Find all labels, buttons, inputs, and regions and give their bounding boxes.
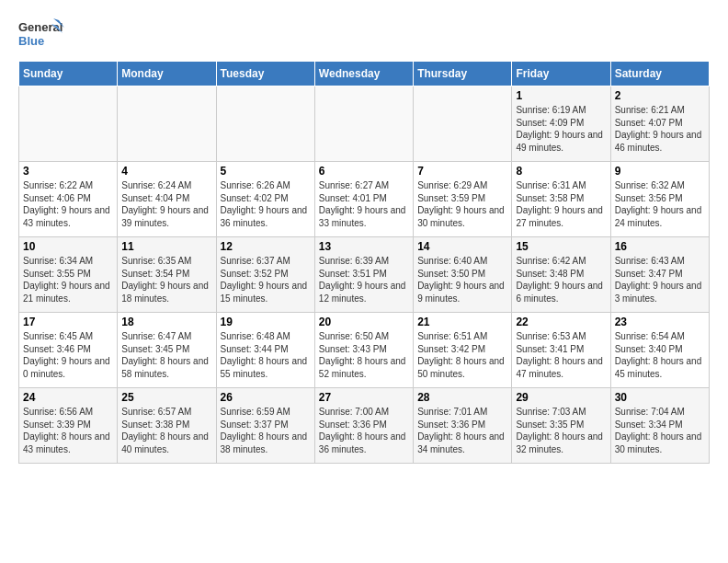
weekday-header-sunday: Sunday (19, 62, 118, 86)
calendar-cell: 8Sunrise: 6:31 AMSunset: 3:58 PMDaylight… (512, 162, 610, 237)
calendar-cell: 15Sunrise: 6:42 AMSunset: 3:48 PMDayligh… (512, 237, 610, 313)
day-number: 16 (615, 240, 705, 253)
calendar-cell: 17Sunrise: 6:45 AMSunset: 3:46 PMDayligh… (19, 313, 118, 388)
day-info: Sunrise: 6:59 AMSunset: 3:37 PMDaylight:… (221, 406, 311, 455)
day-info: Sunrise: 6:31 AMSunset: 3:58 PMDaylight:… (516, 179, 606, 229)
day-number: 13 (319, 240, 409, 253)
day-number: 19 (221, 316, 311, 328)
calendar-cell: 18Sunrise: 6:47 AMSunset: 3:45 PMDayligh… (118, 313, 216, 388)
day-number: 2 (615, 89, 705, 102)
day-number: 8 (516, 165, 606, 178)
calendar-cell: 4Sunrise: 6:24 AMSunset: 4:04 PMDaylight… (118, 162, 216, 237)
day-number: 9 (615, 165, 705, 178)
calendar-cell: 20Sunrise: 6:50 AMSunset: 3:43 PMDayligh… (314, 313, 413, 388)
calendar-cell: 24Sunrise: 6:56 AMSunset: 3:39 PMDayligh… (19, 388, 118, 464)
calendar-week-4: 17Sunrise: 6:45 AMSunset: 3:46 PMDayligh… (19, 313, 710, 388)
calendar-body: 1Sunrise: 6:19 AMSunset: 4:09 PMDaylight… (19, 86, 710, 464)
weekday-header-thursday: Thursday (414, 62, 512, 86)
calendar-cell: 1Sunrise: 6:19 AMSunset: 4:09 PMDaylight… (512, 86, 610, 162)
day-info: Sunrise: 6:37 AMSunset: 3:52 PMDaylight:… (221, 255, 311, 304)
calendar-week-2: 3Sunrise: 6:22 AMSunset: 4:06 PMDaylight… (19, 162, 710, 237)
calendar-cell: 2Sunrise: 6:21 AMSunset: 4:07 PMDaylight… (610, 86, 709, 162)
header: GeneralBlue (18, 15, 710, 52)
day-number: 22 (516, 316, 606, 328)
day-info: Sunrise: 7:04 AMSunset: 3:34 PMDaylight:… (615, 406, 705, 455)
svg-text:Blue: Blue (18, 34, 44, 48)
calendar-cell: 9Sunrise: 6:32 AMSunset: 3:56 PMDaylight… (610, 162, 709, 237)
day-number: 10 (23, 240, 113, 253)
day-info: Sunrise: 6:57 AMSunset: 3:38 PMDaylight:… (121, 406, 211, 455)
calendar: SundayMondayTuesdayWednesdayThursdayFrid… (18, 61, 710, 464)
calendar-cell: 26Sunrise: 6:59 AMSunset: 3:37 PMDayligh… (216, 388, 314, 464)
calendar-cell: 27Sunrise: 7:00 AMSunset: 3:36 PMDayligh… (314, 388, 413, 464)
day-info: Sunrise: 6:34 AMSunset: 3:55 PMDaylight:… (23, 255, 113, 304)
calendar-cell: 12Sunrise: 6:37 AMSunset: 3:52 PMDayligh… (216, 237, 314, 313)
day-info: Sunrise: 6:19 AMSunset: 4:09 PMDaylight:… (516, 104, 606, 154)
logo: GeneralBlue (18, 15, 64, 52)
calendar-cell (216, 86, 314, 162)
day-info: Sunrise: 7:00 AMSunset: 3:36 PMDaylight:… (319, 406, 409, 455)
day-number: 11 (121, 240, 211, 253)
calendar-cell (414, 86, 512, 162)
day-number: 30 (615, 391, 705, 404)
day-number: 26 (221, 391, 311, 404)
day-info: Sunrise: 6:54 AMSunset: 3:40 PMDaylight:… (615, 330, 705, 380)
day-info: Sunrise: 6:51 AMSunset: 3:42 PMDaylight:… (417, 330, 507, 380)
day-info: Sunrise: 6:50 AMSunset: 3:43 PMDaylight:… (319, 330, 409, 380)
calendar-cell: 5Sunrise: 6:26 AMSunset: 4:02 PMDaylight… (216, 162, 314, 237)
weekday-header-tuesday: Tuesday (216, 62, 314, 86)
day-info: Sunrise: 6:45 AMSunset: 3:46 PMDaylight:… (23, 330, 113, 380)
day-number: 23 (615, 316, 705, 328)
calendar-week-1: 1Sunrise: 6:19 AMSunset: 4:09 PMDaylight… (19, 86, 710, 162)
day-number: 5 (221, 165, 311, 178)
calendar-week-3: 10Sunrise: 6:34 AMSunset: 3:55 PMDayligh… (19, 237, 710, 313)
day-number: 15 (516, 240, 606, 253)
calendar-cell: 13Sunrise: 6:39 AMSunset: 3:51 PMDayligh… (314, 237, 413, 313)
day-info: Sunrise: 6:27 AMSunset: 4:01 PMDaylight:… (319, 179, 409, 229)
day-number: 14 (417, 240, 507, 253)
weekday-header-wednesday: Wednesday (314, 62, 413, 86)
day-info: Sunrise: 6:42 AMSunset: 3:48 PMDaylight:… (516, 255, 606, 304)
calendar-cell: 3Sunrise: 6:22 AMSunset: 4:06 PMDaylight… (19, 162, 118, 237)
day-number: 12 (221, 240, 311, 253)
calendar-cell: 7Sunrise: 6:29 AMSunset: 3:59 PMDaylight… (414, 162, 512, 237)
calendar-cell: 19Sunrise: 6:48 AMSunset: 3:44 PMDayligh… (216, 313, 314, 388)
day-number: 24 (23, 391, 113, 404)
day-info: Sunrise: 6:48 AMSunset: 3:44 PMDaylight:… (221, 330, 311, 380)
day-info: Sunrise: 6:43 AMSunset: 3:47 PMDaylight:… (615, 255, 705, 304)
calendar-cell: 25Sunrise: 6:57 AMSunset: 3:38 PMDayligh… (118, 388, 216, 464)
day-number: 29 (516, 391, 606, 404)
weekday-header-monday: Monday (118, 62, 216, 86)
logo-icon: GeneralBlue (18, 15, 64, 52)
day-info: Sunrise: 7:01 AMSunset: 3:36 PMDaylight:… (417, 406, 507, 455)
day-info: Sunrise: 6:47 AMSunset: 3:45 PMDaylight:… (121, 330, 211, 380)
calendar-cell (314, 86, 413, 162)
day-number: 27 (319, 391, 409, 404)
day-info: Sunrise: 6:22 AMSunset: 4:06 PMDaylight:… (23, 179, 113, 229)
calendar-cell: 22Sunrise: 6:53 AMSunset: 3:41 PMDayligh… (512, 313, 610, 388)
calendar-cell: 30Sunrise: 7:04 AMSunset: 3:34 PMDayligh… (610, 388, 709, 464)
day-info: Sunrise: 6:39 AMSunset: 3:51 PMDaylight:… (319, 255, 409, 304)
day-info: Sunrise: 6:32 AMSunset: 3:56 PMDaylight:… (615, 179, 705, 229)
day-info: Sunrise: 7:03 AMSunset: 3:35 PMDaylight:… (516, 406, 606, 455)
day-number: 20 (319, 316, 409, 328)
day-info: Sunrise: 6:24 AMSunset: 4:04 PMDaylight:… (121, 179, 211, 229)
calendar-week-5: 24Sunrise: 6:56 AMSunset: 3:39 PMDayligh… (19, 388, 710, 464)
day-number: 17 (23, 316, 113, 328)
weekday-header-friday: Friday (512, 62, 610, 86)
calendar-cell: 6Sunrise: 6:27 AMSunset: 4:01 PMDaylight… (314, 162, 413, 237)
calendar-header-row: SundayMondayTuesdayWednesdayThursdayFrid… (19, 62, 710, 86)
day-number: 1 (516, 89, 606, 102)
day-number: 3 (23, 165, 113, 178)
day-number: 7 (417, 165, 507, 178)
calendar-cell: 29Sunrise: 7:03 AMSunset: 3:35 PMDayligh… (512, 388, 610, 464)
day-number: 25 (121, 391, 211, 404)
calendar-cell (19, 86, 118, 162)
calendar-cell: 16Sunrise: 6:43 AMSunset: 3:47 PMDayligh… (610, 237, 709, 313)
calendar-cell (118, 86, 216, 162)
day-number: 4 (121, 165, 211, 178)
calendar-cell: 10Sunrise: 6:34 AMSunset: 3:55 PMDayligh… (19, 237, 118, 313)
calendar-cell: 14Sunrise: 6:40 AMSunset: 3:50 PMDayligh… (414, 237, 512, 313)
day-number: 28 (417, 391, 507, 404)
day-info: Sunrise: 6:29 AMSunset: 3:59 PMDaylight:… (417, 179, 507, 229)
